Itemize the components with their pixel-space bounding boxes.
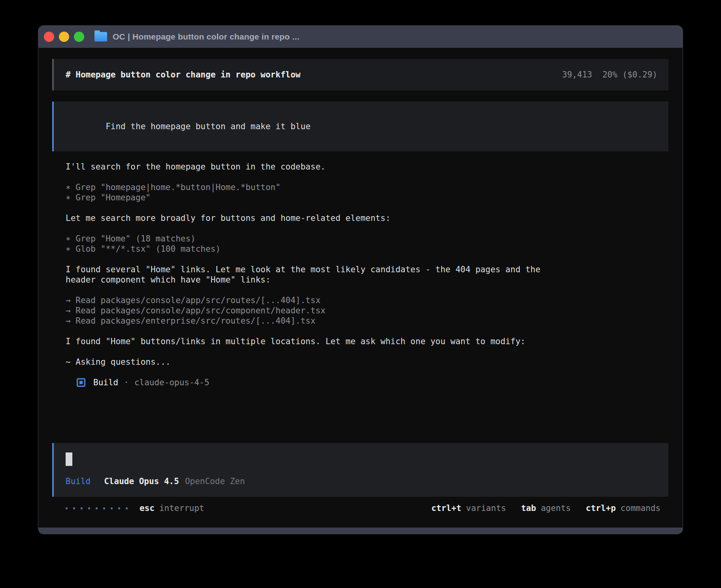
- keybinding-hint: tabagents: [521, 503, 571, 513]
- status-footer: esc interrupt ctrl+tvariantstabagentsctr…: [66, 502, 668, 514]
- agent-name: Build: [93, 377, 118, 388]
- tool-call-block: ∗ Grep "homepage|home.*button|Home.*butt…: [66, 182, 668, 203]
- hint-label: agents: [541, 503, 571, 513]
- spinner-dot: [81, 507, 83, 509]
- spinner-dots: [66, 507, 128, 509]
- esc-key-label: esc: [140, 503, 155, 513]
- text-cursor: [66, 452, 72, 466]
- message-line: → Read packages/console/app/src/componen…: [66, 305, 668, 316]
- user-message-text: Find the homepage button and make it blu…: [106, 122, 310, 131]
- agent-separator: ·: [124, 377, 129, 388]
- interrupt-label: interrupt: [159, 503, 204, 513]
- conversation: I'll search for the homepage button in t…: [66, 162, 668, 367]
- hint-key: ctrl+t: [431, 503, 461, 513]
- zoom-button[interactable]: [74, 32, 84, 42]
- window-bottom-frame: [38, 528, 683, 534]
- spinner-dot: [111, 507, 113, 509]
- hint-label: commands: [621, 503, 661, 513]
- tool-call-block: → Read packages/console/app/src/routes/[…: [66, 295, 668, 326]
- message-line: ∗ Glob "**/*.tsx" (100 matches): [66, 244, 668, 254]
- minimize-button[interactable]: [59, 32, 69, 42]
- context-cost: 20% ($0.29): [602, 70, 657, 80]
- prompt-input[interactable]: Build Claude Opus 4.5 OpenCode Zen: [52, 443, 668, 497]
- folder-icon: [94, 32, 107, 41]
- agent-build-icon: [77, 378, 85, 387]
- hint-key: ctrl+p: [586, 503, 616, 513]
- prompt-meta: Build Claude Opus 4.5 OpenCode Zen: [66, 476, 657, 486]
- close-button[interactable]: [44, 32, 54, 42]
- terminal-window: OC | Homepage button color change in rep…: [38, 25, 683, 534]
- user-message: Find the homepage button and make it blu…: [52, 102, 668, 151]
- agent-status-row: Build · claude-opus-4-5: [77, 377, 668, 388]
- message-line: header component which have "Home" links…: [66, 275, 668, 285]
- prompt-mode: Build: [66, 476, 91, 486]
- message-line: → Read packages/enterprise/src/routes/[.…: [66, 316, 668, 326]
- message-line: I found several "Home" links. Let me loo…: [66, 264, 668, 275]
- keybinding-hint: ctrl+pcommands: [586, 503, 661, 513]
- keybinding-hints: ctrl+tvariantstabagentsctrl+pcommands: [431, 503, 661, 513]
- spinner-dot: [96, 507, 98, 509]
- hint-key: tab: [521, 503, 536, 513]
- prompt-model: Claude Opus 4.5: [104, 476, 179, 486]
- agent-model: claude-opus-4-5: [134, 377, 210, 388]
- terminal-content: # Homepage button color change in repo w…: [38, 48, 683, 528]
- assistant-text-block: ~ Asking questions...: [66, 357, 668, 367]
- message-line: ∗ Grep "homepage|home.*button|Home.*butt…: [66, 182, 668, 192]
- message-line: → Read packages/console/app/src/routes/[…: [66, 295, 668, 305]
- message-line: I found "Home" buttons/links in multiple…: [66, 336, 668, 347]
- message-line: I'll search for the homepage button in t…: [66, 162, 668, 172]
- session-stats: 39,413 20% ($0.29): [562, 70, 657, 80]
- spinner-dot: [73, 507, 75, 509]
- spinner-dot: [118, 507, 120, 509]
- assistant-text-block: Let me search more broadly for buttons a…: [66, 213, 668, 223]
- message-line: ~ Asking questions...: [66, 357, 668, 367]
- keybinding-hint: ctrl+tvariants: [431, 503, 506, 513]
- session-header: # Homepage button color change in repo w…: [52, 59, 668, 90]
- assistant-text-block: I'll search for the homepage button in t…: [66, 162, 668, 172]
- spinner-dot: [126, 507, 128, 509]
- session-title: # Homepage button color change in repo w…: [66, 70, 300, 80]
- assistant-text-block: I found several "Home" links. Let me loo…: [66, 264, 668, 285]
- message-line: ∗ Grep "Homepage": [66, 192, 668, 203]
- token-count: 39,413: [562, 70, 592, 80]
- assistant-text-block: I found "Home" buttons/links in multiple…: [66, 336, 668, 347]
- desktop: OC | Homepage button color change in rep…: [0, 0, 721, 588]
- prompt-provider: OpenCode Zen: [185, 476, 245, 486]
- interrupt-hint: esc interrupt: [140, 503, 204, 513]
- hint-label: variants: [466, 503, 506, 513]
- spinner-dot: [66, 507, 68, 509]
- flex-spacer: [52, 388, 668, 443]
- window-titlebar[interactable]: OC | Homepage button color change in rep…: [38, 26, 683, 48]
- message-line: Let me search more broadly for buttons a…: [66, 213, 668, 223]
- spinner-dot: [103, 507, 105, 509]
- spinner-dot: [88, 507, 90, 509]
- window-title: OC | Homepage button color change in rep…: [113, 32, 299, 42]
- tool-call-block: ∗ Grep "Home" (18 matches)∗ Glob "**/*.t…: [66, 234, 668, 254]
- traffic-lights: [44, 32, 84, 42]
- message-line: ∗ Grep "Home" (18 matches): [66, 234, 668, 244]
